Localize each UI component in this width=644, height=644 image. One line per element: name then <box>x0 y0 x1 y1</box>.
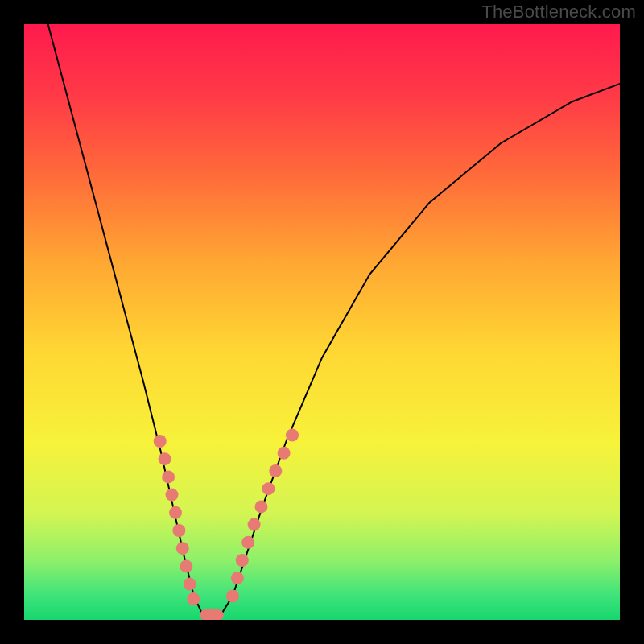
data-marker <box>162 470 175 483</box>
chart-svg <box>24 24 620 620</box>
data-marker <box>278 447 291 460</box>
data-marker <box>169 506 182 519</box>
data-marker <box>159 452 171 465</box>
data-marker <box>236 554 249 567</box>
data-marker <box>242 536 254 549</box>
plot-area <box>24 24 620 620</box>
data-marker <box>180 559 192 572</box>
data-marker <box>176 542 189 555</box>
data-marker <box>172 524 185 537</box>
data-marker <box>184 578 196 591</box>
watermark-text: TheBottleneck.com <box>481 2 636 23</box>
data-marker <box>262 482 275 495</box>
data-marker <box>187 592 200 605</box>
data-marker <box>286 429 299 442</box>
data-marker <box>166 489 179 502</box>
markers-vertex <box>200 609 224 620</box>
chart-frame: TheBottleneck.com <box>0 0 644 644</box>
data-marker <box>269 464 282 477</box>
data-marker <box>248 518 261 531</box>
data-marker <box>154 435 167 448</box>
data-marker <box>226 589 239 602</box>
gradient-rect <box>24 24 620 620</box>
vertex-bar <box>200 609 224 620</box>
data-marker <box>255 500 268 513</box>
data-marker <box>231 572 244 584</box>
